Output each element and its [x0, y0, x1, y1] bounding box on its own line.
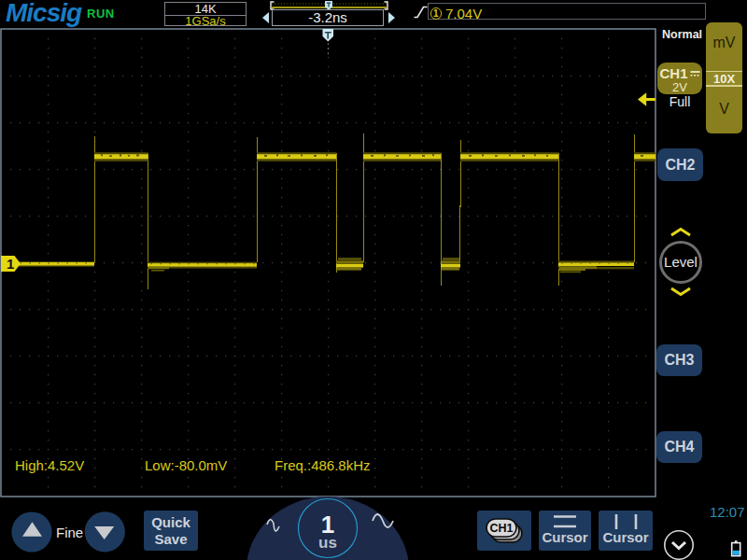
svg-text:1: 1	[7, 256, 14, 272]
svg-text:us: us	[318, 534, 337, 552]
svg-text:Low:-80.0mV: Low:-80.0mV	[145, 457, 227, 473]
svg-text:High:4.52V: High:4.52V	[15, 457, 84, 473]
svg-text:Cursor: Cursor	[602, 529, 648, 545]
svg-text:Freq.:486.8kHz: Freq.:486.8kHz	[275, 457, 371, 473]
svg-text:Cursor: Cursor	[542, 529, 587, 545]
svg-text:CH1: CH1	[489, 522, 513, 535]
svg-text:Level: Level	[664, 254, 698, 270]
